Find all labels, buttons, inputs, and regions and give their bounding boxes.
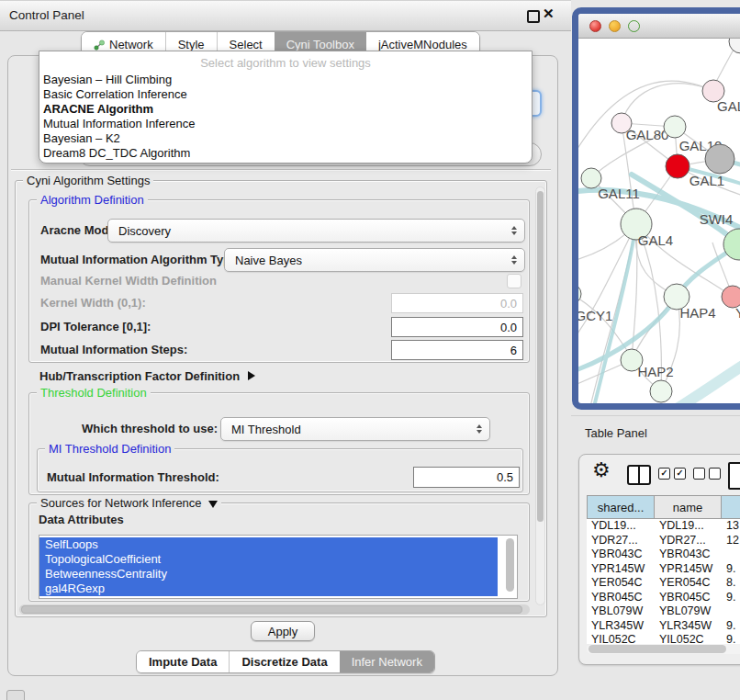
table-row[interactable]: YBR045CYBR045C9.	[587, 591, 740, 605]
network-node-label: GAL80	[626, 127, 669, 142]
mi-steps-input[interactable]: 6	[391, 340, 523, 360]
combo-value: Discovery	[118, 224, 171, 238]
settings-scrollbar[interactable]	[535, 186, 545, 605]
data-attribute-item[interactable]: BetweennessCentrality	[39, 567, 498, 581]
table-row[interactable]: YBL079WYBL079W	[587, 604, 740, 619]
column-header[interactable]: shared...	[587, 495, 655, 519]
mi-steps-label: Mutual Information Steps:	[40, 340, 187, 360]
scrollbar-thumb[interactable]	[589, 645, 726, 653]
data-attribute-item[interactable]: TopologicalCoefficient	[39, 552, 498, 567]
zoom-button[interactable]	[628, 20, 640, 32]
hub-definition-label: Hub/Transcription Factor Definition	[39, 369, 240, 383]
panel-corner-icon[interactable]	[6, 690, 25, 700]
mi-threshold-input[interactable]: 0.5	[413, 467, 520, 488]
network-node-gal10[interactable]	[664, 116, 686, 138]
scrollbar-thumb[interactable]	[21, 605, 522, 614]
field-value: 6	[510, 344, 517, 357]
close-icon[interactable]: ✕	[543, 6, 555, 22]
table-row[interactable]: YIL052CYIL052C9.	[587, 633, 740, 644]
mi-type-label: Mutual Information Algorithm Type:	[40, 248, 241, 272]
field-value: 0.0	[500, 321, 517, 334]
table-horizontal-scrollbar[interactable]	[587, 644, 740, 654]
network-node-label: SWI4	[700, 211, 734, 227]
data-attribute-item[interactable]: SelfLoops	[39, 537, 498, 552]
close-button[interactable]	[589, 20, 601, 32]
table-row[interactable]: YDL19...YDL19...13	[587, 519, 740, 534]
table-row[interactable]: YBR043CYBR043C	[587, 548, 740, 562]
field-value: 0.5	[497, 470, 513, 484]
float-window-icon[interactable]	[527, 10, 540, 23]
algorithm-option[interactable]: ARACNE Algorithm	[39, 102, 532, 117]
data-attribute-item[interactable]: gal4RGexp	[39, 581, 498, 596]
dpi-tolerance-input[interactable]: 0.0	[391, 317, 523, 337]
network-node-gal1[interactable]	[666, 154, 690, 178]
table-cell: YPR145W	[587, 562, 655, 577]
threshold-definition-group: Threshold Definition Which threshold to …	[28, 392, 530, 495]
network-node-label: GCY1	[578, 308, 612, 323]
select-all-checkboxes-icon[interactable]: ✓✓	[658, 468, 686, 480]
table-row[interactable]: YER054CYER054C8.	[587, 576, 740, 591]
algorithm-option[interactable]: Bayesian – Hill Climbing	[39, 73, 532, 87]
network-icon	[94, 40, 105, 51]
spinner-icon	[511, 226, 517, 235]
settings-horizontal-scrollbar[interactable]	[19, 604, 530, 615]
table-cell: YBL079W	[655, 604, 722, 619]
threshold-select[interactable]: MI Threshold	[220, 417, 490, 441]
table-cell	[722, 548, 740, 562]
file-icon[interactable]	[728, 462, 740, 490]
tab-discretize-data[interactable]: Discretize Data	[229, 651, 339, 672]
algorithm-option[interactable]: Mutual Information Inference	[39, 117, 532, 131]
algorithm-option[interactable]: Basic Correlation Inference	[39, 87, 532, 102]
collapse-arrow-icon[interactable]	[208, 501, 218, 508]
group-title: Algorithm Definition	[37, 193, 148, 207]
list-scrollbar[interactable]	[506, 538, 514, 595]
manual-kernel-checkbox[interactable]	[507, 274, 521, 288]
algorithm-option[interactable]: Bayesian – K2	[39, 131, 532, 146]
expand-arrow-icon	[248, 371, 255, 380]
table-cell: YBL079W	[587, 604, 655, 619]
columns-icon[interactable]	[627, 465, 651, 485]
algorithm-option[interactable]: Dream8 DC_TDC Algorithm	[39, 146, 532, 161]
table-row[interactable]: YPR145WYPR145W9.	[587, 562, 740, 577]
mi-type-select[interactable]: Naive Bayes	[224, 248, 525, 272]
kernel-width-label: Kernel Width (0,1):	[40, 293, 146, 313]
column-header[interactable]	[722, 495, 740, 519]
scrollbar-thumb[interactable]	[506, 538, 514, 592]
gear-icon[interactable]: ⚙	[592, 458, 611, 482]
group-title: MI Threshold Definition	[45, 442, 174, 456]
network-node[interactable]	[705, 144, 734, 174]
network-node[interactable]	[729, 39, 740, 53]
network-node-gcy1[interactable]	[578, 284, 581, 304]
table-cell: 9.	[722, 619, 740, 634]
table-header: shared...name	[587, 495, 740, 519]
network-canvas[interactable]: GALGAL80GAL10GAL1GAL11GAL4SWI4GCY1HAP4YH…	[578, 39, 740, 404]
algorithm-option-list: Bayesian – Hill ClimbingBasic Correlatio…	[39, 73, 532, 161]
table-row[interactable]: YLR345WYLR345W9.	[587, 619, 740, 634]
deselect-all-checkboxes-icon[interactable]	[693, 468, 721, 480]
tab-infer-network[interactable]: Infer Network	[340, 651, 434, 672]
table-cell: YBR045C	[655, 591, 722, 605]
network-node[interactable]	[650, 380, 672, 402]
which-threshold-label: Which threshold to use:	[80, 417, 218, 441]
tab-impute-data[interactable]: Impute Data	[137, 651, 229, 672]
group-title: Sources for Network Inference	[37, 496, 221, 510]
hub-definition-toggle[interactable]: Hub/Transcription Factor Definition	[39, 367, 255, 384]
mi-threshold-label: Mutual Information Threshold:	[47, 467, 219, 488]
data-attributes-label: Data Attributes	[39, 513, 124, 526]
minimize-button[interactable]	[609, 20, 621, 32]
scrollbar-thumb[interactable]	[537, 191, 544, 522]
table-row[interactable]: YDR27...YDR27...12	[587, 534, 740, 548]
column-header[interactable]: name	[655, 495, 722, 519]
kernel-width-input[interactable]: 0.0	[391, 293, 523, 313]
network-node-label: HAP4	[679, 305, 715, 321]
table-cell: YIL052C	[655, 633, 722, 644]
network-node-label: GAL11	[598, 186, 640, 201]
table-cell: 12	[722, 534, 740, 548]
bottom-tab-bar: Impute Data Discretize Data Infer Networ…	[136, 650, 435, 673]
aracne-mode-select[interactable]: Discovery	[107, 219, 525, 243]
table-cell: 8.	[722, 576, 740, 591]
apply-button[interactable]: Apply	[251, 621, 315, 641]
network-window-titlebar[interactable]	[578, 14, 740, 39]
screenshot-root: Control Panel ✕ Network Style Select Cyn…	[0, 0, 740, 700]
dpi-tolerance-label: DPI Tolerance [0,1]:	[40, 317, 151, 337]
